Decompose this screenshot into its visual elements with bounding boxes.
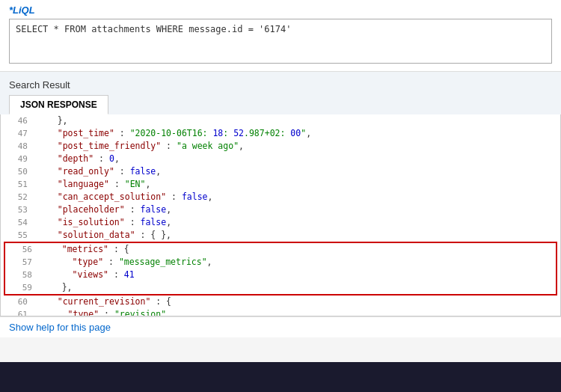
line-number: 51 — [7, 178, 28, 191]
tab-json-response[interactable]: JSON RESPONSE — [9, 95, 108, 114]
show-help-area: Show help for this page — [0, 316, 561, 337]
json-area: 46 },47 "post_time" : "2020-10-06T16: 18… — [0, 114, 561, 316]
json-line: 55 "solution_data" : { }, — [1, 229, 560, 242]
json-line: 59 }, — [5, 281, 556, 294]
line-number: 56 — [11, 243, 32, 256]
json-line: 53 "placeholder" : false, — [1, 203, 560, 216]
json-line: 47 "post_time" : "2020-10-06T16: 18: 52.… — [1, 127, 560, 140]
json-line: 61 "type" : "revision", — [1, 308, 560, 316]
line-number: 46 — [7, 114, 28, 127]
json-line: 54 "is_solution" : false, — [1, 216, 560, 229]
json-line: 58 "views" : 41 — [5, 269, 556, 281]
search-result-section: Search Result JSON RESPONSE — [0, 72, 561, 114]
json-line: 57 "type" : "message_metrics", — [5, 256, 556, 269]
json-line: 46 }, — [1, 114, 560, 127]
line-number: 50 — [7, 165, 28, 178]
json-line: 49 "depth" : 0, — [1, 153, 560, 165]
json-line: 50 "read_only" : false, — [1, 165, 560, 178]
liql-section: *LiQL SELECT * FROM attachments WHERE me… — [0, 0, 561, 72]
line-number: 54 — [7, 216, 28, 229]
line-number: 59 — [11, 281, 32, 294]
show-help-link[interactable]: Show help for this page — [9, 322, 111, 333]
line-number: 55 — [7, 229, 28, 242]
json-line: 52 "can_accept_solution" : false, — [1, 191, 560, 203]
json-line: 56 "metrics" : { — [5, 243, 556, 256]
tabs-bar: JSON RESPONSE — [9, 95, 552, 114]
json-line: 51 "language" : "EN", — [1, 178, 560, 191]
highlighted-block: 56 "metrics" : {57 "type" : "message_met… — [4, 242, 557, 295]
line-number: 49 — [7, 153, 28, 165]
line-number: 60 — [7, 295, 28, 308]
line-number: 53 — [7, 203, 28, 216]
line-number: 47 — [7, 127, 28, 140]
json-line: 60 "current_revision" : { — [1, 295, 560, 308]
liql-label: *LiQL — [9, 4, 552, 16]
line-number: 57 — [11, 256, 32, 269]
query-box[interactable]: SELECT * FROM attachments WHERE message.… — [9, 19, 552, 64]
json-line: 48 "post_time_friendly" : "a week ago", — [1, 140, 560, 153]
line-number: 61 — [7, 308, 28, 316]
line-number: 48 — [7, 140, 28, 153]
bottom-bar — [0, 362, 561, 392]
line-number: 52 — [7, 191, 28, 203]
search-result-label: Search Result — [9, 79, 552, 91]
line-number: 58 — [11, 269, 32, 281]
